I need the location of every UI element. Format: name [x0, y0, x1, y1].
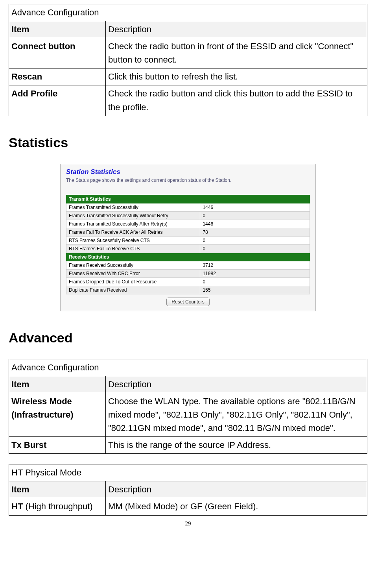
advance-config-table: Advance Configuration Item Description W…: [9, 359, 367, 454]
col-desc: Description: [105, 21, 367, 38]
tx-header-row: Transmit Statistics: [66, 195, 310, 203]
desc-cell: This is the range of the source IP Addre…: [105, 437, 367, 454]
stat-row: Frames Transmitted Successfully Without …: [66, 211, 310, 220]
item-cell: Tx Burst: [9, 437, 106, 454]
desc-cell: Check the radio button and click this bu…: [105, 85, 367, 116]
stat-row: Frames Received With CRC Error11982: [66, 269, 310, 277]
stat-row: RTS Frames Fail To Receive CTS0: [66, 244, 310, 253]
item-cell: Rescan: [9, 68, 106, 85]
table-row: Wireless Mode (Infrastructure) Choose th…: [9, 393, 367, 436]
ht-physical-mode-table: HT Physical Mode Item Description HT (Hi…: [9, 464, 367, 515]
table-caption: Advance Configuration: [9, 359, 367, 376]
desc-cell: Choose the WLAN type. The available opti…: [105, 393, 367, 436]
stat-row: Frames Received Successfully3712: [66, 261, 310, 269]
desc-cell: MM (Mixed Mode) or GF (Green Field).: [105, 498, 367, 515]
stat-row: Frames Transmitted Successfully1446: [66, 203, 310, 211]
reset-counters-button[interactable]: Reset Counters: [166, 298, 209, 306]
panel-subtitle: The Status page shows the settings and c…: [66, 178, 310, 183]
stat-row: Frames Fail To Receive ACK After All Ret…: [66, 228, 310, 236]
col-item: Item: [9, 21, 106, 38]
reset-row: Reset Counters: [66, 294, 310, 306]
rx-header-row: Receive Statistics: [66, 253, 310, 261]
advance-config-table-top: Advance Configuration Item Description C…: [9, 4, 367, 116]
table-row: Connect button Check the radio button in…: [9, 38, 367, 68]
table-caption: HT Physical Mode: [9, 464, 367, 481]
item-cell: Connect button: [9, 38, 106, 68]
item-cell: Wireless Mode (Infrastructure): [9, 393, 106, 436]
table-row: Add Profile Check the radio button and c…: [9, 85, 367, 116]
table-row: HT (High throughput) MM (Mixed Mode) or …: [9, 498, 367, 515]
stat-row: Frames Transmitted Successfully After Re…: [66, 220, 310, 228]
page-number: 29: [9, 520, 367, 527]
stat-row: Duplicate Frames Received155: [66, 286, 310, 294]
table-row: Rescan Click this button to refresh the …: [9, 68, 367, 85]
stat-row: RTS Frames Sucessfully Receive CTS0: [66, 236, 310, 244]
col-item: Item: [9, 481, 106, 498]
station-statistics-panel: Station Statistics The Status page shows…: [60, 164, 316, 311]
col-desc: Description: [105, 376, 367, 393]
stat-row: Frames Dropped Due To Out-of-Resource0: [66, 277, 310, 286]
table-row: Tx Burst This is the range of the source…: [9, 437, 367, 454]
item-cell: Add Profile: [9, 85, 106, 116]
item-cell: HT (High throughput): [9, 498, 106, 515]
screenshot-container: Station Statistics The Status page shows…: [9, 164, 367, 311]
desc-cell: Click this button to refresh the list.: [105, 68, 367, 85]
statistics-heading: Statistics: [9, 135, 367, 150]
table-caption: Advance Configuration: [9, 4, 367, 21]
col-desc: Description: [105, 481, 367, 498]
panel-title: Station Statistics: [66, 168, 310, 176]
col-item: Item: [9, 376, 106, 393]
advanced-heading: Advanced: [9, 330, 367, 346]
statistics-table: Transmit Statistics Frames Transmitted S…: [66, 195, 310, 294]
desc-cell: Check the radio button in front of the E…: [105, 38, 367, 68]
